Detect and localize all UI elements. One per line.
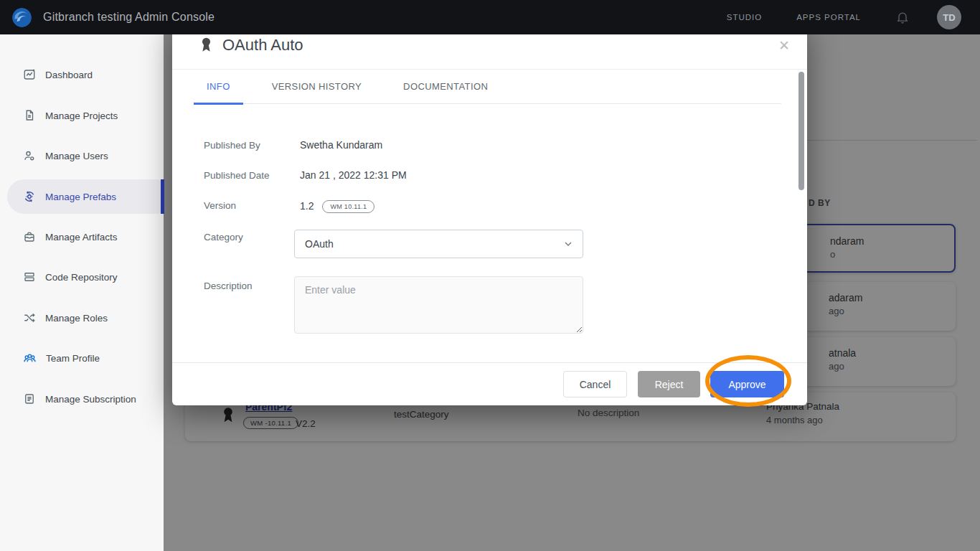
team-icon — [23, 352, 37, 365]
published-date-label: Published Date — [204, 170, 270, 181]
nav-studio[interactable]: STUDIO — [727, 13, 762, 22]
cancel-button[interactable]: Cancel — [563, 371, 627, 397]
prefabs-icon — [23, 190, 36, 203]
prefab-details-dialog: OAuth Auto ✕ INFO VERSION HISTORY DOCUME… — [172, 22, 807, 405]
sidebar-item-dashboard[interactable]: Dashboard — [0, 55, 164, 95]
sidebar-item-team-profile[interactable]: Team Profile — [0, 338, 164, 378]
sidebar-item-manage-projects[interactable]: Manage Projects — [0, 95, 164, 136]
users-icon — [23, 149, 36, 162]
sidebar-item-label: Manage Roles — [45, 313, 108, 324]
tab-info[interactable]: INFO — [194, 70, 243, 104]
sidebar-item-manage-roles[interactable]: Manage Roles — [0, 298, 164, 338]
sidebar-item-label: Manage Projects — [45, 110, 118, 121]
artifacts-icon — [23, 230, 36, 243]
sidebar-item-manage-users[interactable]: Manage Users — [0, 136, 164, 176]
code-repo-icon — [23, 270, 36, 283]
sidebar-item-label: Manage Users — [45, 151, 108, 161]
version-value: 1.2WM 10.11.1 — [300, 200, 374, 213]
dialog-scrollbar[interactable] — [798, 72, 804, 190]
dialog-title: OAuth Auto — [222, 36, 303, 55]
sidebar: Dashboard Manage Projects Manage Users M… — [0, 34, 164, 551]
category-selected-value: OAuth — [305, 238, 562, 250]
dialog-footer: Cancel Reject Approve — [172, 362, 807, 405]
sidebar-item-label: Team Profile — [46, 353, 100, 364]
sidebar-item-manage-subscription[interactable]: Manage Subscription — [0, 379, 164, 419]
tab-documentation[interactable]: DOCUMENTATION — [390, 70, 501, 104]
approve-button[interactable]: Approve — [710, 371, 784, 397]
published-by-label: Published By — [204, 140, 260, 151]
published-by-value: Swetha Kundaram — [300, 139, 382, 151]
user-avatar[interactable]: TD — [937, 5, 961, 29]
nav-apps-portal[interactable]: APPS PORTAL — [796, 13, 861, 22]
top-bar: Gitbranch testing Admin Console STUDIO A… — [0, 0, 980, 34]
sidebar-item-code-repository[interactable]: Code Repository — [0, 257, 164, 297]
category-label: Category — [204, 232, 243, 242]
projects-icon — [23, 109, 36, 122]
close-icon[interactable]: ✕ — [778, 37, 790, 54]
dashboard-icon — [23, 68, 36, 81]
version-label: Version — [204, 200, 236, 211]
app-title: Gitbranch testing Admin Console — [43, 11, 215, 24]
description-input[interactable] — [294, 276, 583, 334]
published-date-value: Jan 21 , 2022 12:31 PM — [300, 169, 407, 181]
sidebar-item-manage-artifacts[interactable]: Manage Artifacts — [0, 217, 164, 257]
dialog-tabs: INFO VERSION HISTORY DOCUMENTATION — [194, 70, 781, 104]
wm-version-badge: WM 10.11.1 — [322, 200, 374, 213]
chevron-down-icon — [562, 238, 574, 250]
sidebar-item-label: Manage Prefabs — [45, 192, 116, 202]
notifications-bell-icon[interactable] — [895, 10, 910, 24]
description-label: Description — [204, 281, 253, 291]
wavemaker-logo-icon — [12, 8, 32, 27]
sidebar-item-label: Code Repository — [45, 272, 118, 283]
category-select[interactable]: OAuth — [294, 230, 583, 258]
sidebar-item-label: Manage Artifacts — [45, 232, 118, 242]
prefab-ribbon-icon — [199, 35, 213, 55]
sidebar-item-label: Dashboard — [45, 70, 93, 80]
sidebar-item-label: Manage Subscription — [45, 394, 136, 405]
roles-icon — [23, 311, 36, 324]
tab-version-history[interactable]: VERSION HISTORY — [259, 70, 374, 104]
reject-button[interactable]: Reject — [638, 371, 700, 397]
subscription-icon — [23, 392, 36, 405]
sidebar-item-manage-prefabs[interactable]: Manage Prefabs — [0, 176, 164, 217]
